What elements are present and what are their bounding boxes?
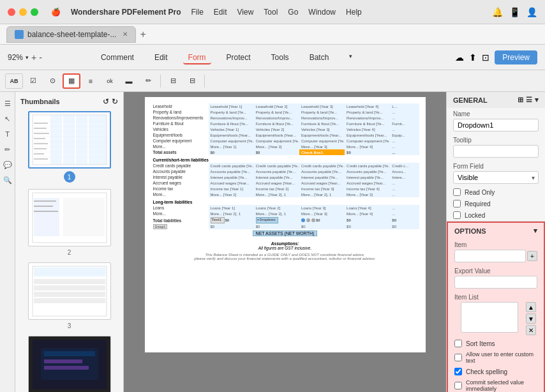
readonly-checkbox[interactable] <box>453 188 461 196</box>
tool-align2[interactable]: ⊟ <box>183 73 201 89</box>
tool-button[interactable]: ok <box>101 73 119 89</box>
general-list-icon[interactable]: ☰ <box>526 96 532 104</box>
sidebar-prev-icon[interactable]: ↺ <box>103 97 109 106</box>
menu-window[interactable]: Window <box>308 8 336 17</box>
nav-tools[interactable]: Tools <box>266 50 294 64</box>
general-table-icon[interactable]: ⊞ <box>518 96 523 104</box>
tab-title: balance-sheet-template-... <box>27 30 116 39</box>
allow-custom-label: Allow user to enter custom text <box>466 351 537 364</box>
form-field-select[interactable]: Visible Hidden <box>453 171 539 184</box>
left-tool-comment[interactable]: 💬 <box>1 158 14 171</box>
options-title: OPTIONS <box>454 227 486 235</box>
left-tool-search[interactable]: 🔍 <box>1 174 14 186</box>
required-row: Required <box>447 198 545 209</box>
menu-tool[interactable]: Tool <box>264 8 278 17</box>
nav-batch[interactable]: Batch <box>304 50 334 64</box>
active-tab[interactable]: balance-sheet-template-... ✕ <box>6 26 136 43</box>
item-list-label: Item List <box>454 294 537 301</box>
locked-checkbox[interactable] <box>453 211 461 219</box>
cloud-icon[interactable]: ☁ <box>455 52 464 63</box>
menu-view[interactable]: View <box>237 8 254 17</box>
svg-rect-27 <box>34 211 58 212</box>
check-spelling-checkbox[interactable] <box>454 368 462 375</box>
options-section-header[interactable]: OPTIONS ▾ <box>448 223 544 239</box>
share-icon[interactable]: ⬆ <box>469 52 477 63</box>
menu-edit[interactable]: Edit <box>214 8 227 17</box>
zoom-dropdown-icon[interactable]: ▾ <box>26 54 29 61</box>
general-section: GENERAL ⊞ ☰ ▾ Name Tooltip Form Field <box>447 92 545 222</box>
left-tool-select[interactable]: ↖ <box>1 112 14 125</box>
left-tool-hand[interactable]: ☰ <box>1 97 14 110</box>
toolbar-separator-2 <box>204 75 205 87</box>
item-input[interactable] <box>454 250 526 262</box>
menu-help[interactable]: Help <box>346 8 362 17</box>
traffic-lights[interactable] <box>8 8 38 16</box>
left-tool-draw[interactable]: ✏ <box>1 143 14 156</box>
maximize-button[interactable] <box>31 8 38 16</box>
menu-go[interactable]: Go <box>288 8 298 17</box>
sidebar-header: Thumbnails ↺ ↻ <box>20 97 118 106</box>
thumbnail-3[interactable]: 3 <box>20 262 118 329</box>
svg-rect-13 <box>100 115 107 165</box>
tool-list[interactable]: ≡ <box>82 73 100 89</box>
dropdown-field[interactable]: ▾ Dropdown <box>256 217 278 223</box>
item-add-btn[interactable]: + <box>527 251 537 261</box>
tab-close-button[interactable]: ✕ <box>123 31 128 38</box>
name-row: Name <box>447 108 545 134</box>
item-list-down-btn[interactable]: ▼ <box>526 313 536 324</box>
minimize-button[interactable] <box>19 8 27 16</box>
tool-text-field[interactable]: AB <box>5 73 23 89</box>
fit-icon[interactable]: ⊡ <box>482 52 489 63</box>
assumptions-text: All figures are GST inclusive. <box>151 246 419 250</box>
tool-sign[interactable]: ✏ <box>139 73 157 89</box>
text1-field[interactable]: Text1 <box>211 217 225 223</box>
thumbnail-4[interactable]: 4 <box>20 336 118 392</box>
item-list-delete-btn[interactable]: ✕ <box>526 325 536 335</box>
net-assets-field[interactable]: NET ASSETS (NET WORTH) <box>253 230 318 236</box>
export-value-input[interactable] <box>454 276 537 289</box>
menu-apple[interactable]: 🍎 <box>51 8 61 17</box>
tab-add-button[interactable]: + <box>140 29 146 40</box>
mobile-icon[interactable]: 📱 <box>509 7 520 17</box>
sidebar-title: Thumbnails <box>20 98 60 105</box>
tool-checkbox[interactable]: ☑ <box>24 73 42 89</box>
commit-checkbox[interactable] <box>454 382 462 389</box>
form-toolbar: AB ☑ ⊙ ▦ ≡ ok ▬ ✏ ⊟ ⊟ <box>0 70 545 92</box>
thumbnail-1[interactable]: 1 <box>20 111 118 183</box>
group1-field[interactable]: Group1 <box>153 224 168 229</box>
required-checkbox[interactable] <box>453 200 461 207</box>
nav-batch-arrow[interactable]: ▾ <box>344 50 357 64</box>
bell-icon[interactable]: 🔔 <box>492 7 503 17</box>
allow-custom-checkbox[interactable] <box>454 354 462 361</box>
tool-radio[interactable]: ⊙ <box>43 73 61 89</box>
general-section-header[interactable]: GENERAL ⊞ ☰ ▾ <box>447 92 545 108</box>
nav-comment[interactable]: Comment <box>96 50 139 64</box>
tool-date[interactable]: ▬ <box>120 73 138 89</box>
zoom-out-button[interactable]: - <box>39 52 42 63</box>
close-button[interactable] <box>8 8 15 16</box>
user-icon[interactable]: 👤 <box>526 7 537 17</box>
svg-rect-23 <box>34 198 59 236</box>
sidebar-next-icon[interactable]: ↻ <box>112 97 118 106</box>
menu-file[interactable]: File <box>191 8 204 17</box>
nav-form[interactable]: Form <box>183 50 211 64</box>
zoom-in-button[interactable]: + <box>31 52 36 63</box>
tool-dropdown[interactable]: ▦ <box>63 73 80 89</box>
sort-items-checkbox[interactable] <box>454 340 462 347</box>
tool-align[interactable]: ⊟ <box>164 73 182 89</box>
item-list-up-btn[interactable]: ▲ <box>526 302 536 312</box>
left-tool-text[interactable]: T <box>1 128 14 140</box>
item-row: Item + <box>448 239 544 265</box>
item-label: Item <box>454 241 537 248</box>
tooltip-input[interactable] <box>453 145 539 158</box>
pdf-area[interactable]: Leasehold Leasehold [Year 1] Leasehold [… <box>124 92 446 392</box>
general-collapse-icon[interactable]: ▾ <box>535 96 539 104</box>
preview-button[interactable]: Preview <box>495 50 537 64</box>
app-name: Wondershare PDFelement Pro <box>71 8 181 17</box>
thumbnail-2[interactable]: 2 <box>20 189 118 256</box>
svg-rect-12 <box>89 115 100 165</box>
nav-protect[interactable]: Protect <box>221 50 256 64</box>
options-collapse-icon[interactable]: ▾ <box>534 227 537 235</box>
nav-edit[interactable]: Edit <box>149 50 173 64</box>
name-input[interactable] <box>453 119 539 132</box>
